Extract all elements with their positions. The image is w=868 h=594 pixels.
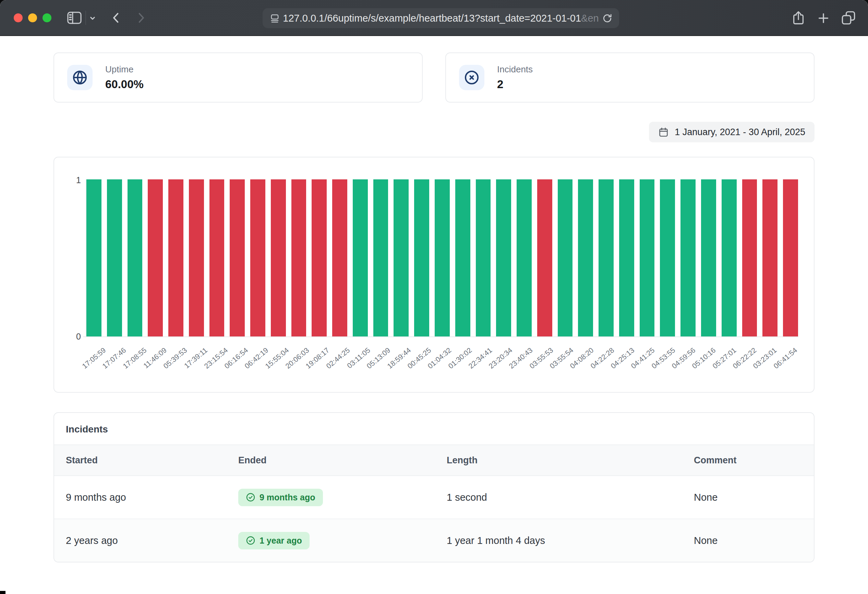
screen-artifact: [0, 591, 6, 594]
heartbeat-bar[interactable]: [353, 179, 368, 337]
column-header: Ended: [227, 445, 435, 475]
column-header: Comment: [682, 445, 814, 475]
sidebar-menu-chevron[interactable]: [88, 13, 97, 23]
table-body: 9 months ago9 months ago1 secondNone2 ye…: [54, 476, 814, 562]
reload-icon: [602, 13, 613, 24]
ended-badge-label: 9 months ago: [260, 492, 315, 502]
heartbeat-bar[interactable]: [148, 179, 163, 337]
heartbeat-bar[interactable]: [455, 179, 470, 337]
calendar-icon: [658, 127, 669, 137]
uptime-text: Uptime 60.00%: [105, 64, 144, 91]
heartbeat-bar[interactable]: [578, 179, 593, 337]
close-window-button[interactable]: [14, 13, 23, 22]
heartbeat-bar[interactable]: [762, 179, 778, 337]
heartbeat-bar[interactable]: [435, 179, 450, 337]
heartbeat-bar[interactable]: [271, 179, 286, 337]
heartbeat-bar[interactable]: [599, 179, 614, 337]
screen: 127.0.0.1/66uptime/s/example/heartbeat/1…: [0, 0, 868, 594]
heartbeat-bar[interactable]: [660, 179, 675, 337]
forward-icon: [134, 10, 148, 25]
minimize-window-button[interactable]: [28, 13, 37, 22]
new-tab-button[interactable]: [816, 10, 831, 26]
uptime-card: Uptime 60.00%: [53, 52, 423, 102]
incidents-icon-tile: [459, 65, 484, 90]
forward-button[interactable]: [134, 10, 148, 25]
table-header-row: StartedEndedLengthComment: [54, 445, 814, 476]
heartbeat-bar[interactable]: [558, 179, 573, 337]
heartbeat-bar[interactable]: [496, 179, 511, 337]
heartbeat-bar[interactable]: [701, 179, 716, 337]
cell-length: 1 second: [435, 476, 682, 519]
uptime-label: Uptime: [105, 64, 144, 75]
cell-ended: 9 months ago: [227, 476, 435, 519]
cell-started: 9 months ago: [54, 476, 227, 519]
heartbeat-bar[interactable]: [414, 179, 429, 337]
column-header: Length: [435, 445, 682, 475]
cell-ended: 1 year ago: [227, 519, 435, 562]
cell-started: 2 years ago: [54, 519, 227, 562]
share-button[interactable]: [791, 10, 806, 26]
y-axis-tick-max: 1: [54, 175, 81, 185]
check-circle-icon: [246, 492, 255, 502]
cell-comment: None: [682, 519, 814, 562]
uptime-icon-tile: [67, 65, 93, 90]
ended-badge-label: 1 year ago: [260, 536, 302, 546]
stats-row: Uptime 60.00% Incidents: [53, 52, 815, 102]
heartbeat-bar[interactable]: [127, 179, 143, 337]
heartbeat-bar[interactable]: [332, 179, 347, 337]
x-axis-line: [83, 337, 799, 337]
sidebar-toggle-button[interactable]: [66, 10, 82, 25]
heartbeat-bar[interactable]: [517, 179, 532, 337]
uptime-value: 60.00%: [105, 78, 144, 91]
heartbeat-bar[interactable]: [291, 179, 307, 337]
back-icon: [109, 10, 123, 25]
back-button[interactable]: [109, 10, 123, 25]
browser-toolbar: 127.0.0.1/66uptime/s/example/heartbeat/1…: [0, 0, 868, 36]
heartbeat-bar[interactable]: [640, 179, 655, 337]
heartbeat-bar[interactable]: [189, 179, 204, 337]
heartbeat-bar[interactable]: [394, 179, 409, 337]
incidents-table-title: Incidents: [54, 413, 814, 445]
y-axis-tick-min: 0: [54, 332, 81, 341]
heartbeat-bar[interactable]: [619, 179, 634, 337]
sidebar-icon: [66, 10, 82, 25]
heartbeat-bar[interactable]: [230, 179, 245, 337]
heartbeat-bar[interactable]: [168, 179, 183, 337]
browser-window: 127.0.0.1/66uptime/s/example/heartbeat/1…: [0, 0, 868, 594]
heartbeat-chart-card: 1 0 17:05:5917:07:4617:08:5511:46:0905:3…: [53, 157, 815, 393]
heartbeat-bar[interactable]: [783, 179, 798, 337]
column-header: Started: [54, 445, 227, 475]
date-range-picker[interactable]: 1 January, 2021 - 30 April, 2025: [649, 122, 815, 142]
ended-badge: 9 months ago: [238, 489, 323, 506]
heartbeat-bar[interactable]: [681, 179, 695, 337]
heartbeat-bar[interactable]: [311, 179, 327, 337]
tab-overview-button[interactable]: [841, 10, 856, 26]
heartbeat-bar[interactable]: [250, 179, 265, 337]
heartbeat-bar[interactable]: [107, 179, 122, 337]
incidents-card: Incidents 2: [445, 52, 815, 102]
incidents-table-card: Incidents StartedEndedLengthComment 9 mo…: [53, 412, 815, 563]
incidents-label: Incidents: [497, 64, 533, 75]
address-bar[interactable]: 127.0.0.1/66uptime/s/example/heartbeat/1…: [263, 8, 619, 28]
heartbeat-bar[interactable]: [210, 179, 224, 337]
heartbeat-bar[interactable]: [373, 179, 388, 337]
heartbeat-bar[interactable]: [537, 179, 552, 337]
chevron-down-icon: [88, 13, 97, 23]
toolbar-divider: [86, 10, 86, 25]
plus-icon: [816, 10, 831, 26]
table-row: 2 years ago1 year ago1 year 1 month 4 da…: [54, 519, 814, 562]
reload-button[interactable]: [602, 13, 613, 24]
date-range-label: 1 January, 2021 - 30 April, 2025: [675, 127, 805, 137]
x-circle-icon: [464, 69, 480, 86]
heartbeat-bar[interactable]: [476, 179, 491, 337]
heartbeat-bars: [86, 179, 798, 337]
heartbeat-bar[interactable]: [86, 179, 102, 337]
zoom-window-button[interactable]: [43, 13, 52, 22]
tab-overview-icon: [841, 10, 856, 26]
page-body: Uptime 60.00% Incidents: [0, 36, 868, 594]
incidents-text: Incidents 2: [497, 64, 533, 91]
heartbeat-bar[interactable]: [722, 179, 737, 337]
heartbeat-bar[interactable]: [742, 179, 757, 337]
share-icon: [791, 10, 806, 26]
table-row: 9 months ago9 months ago1 secondNone: [54, 476, 814, 519]
